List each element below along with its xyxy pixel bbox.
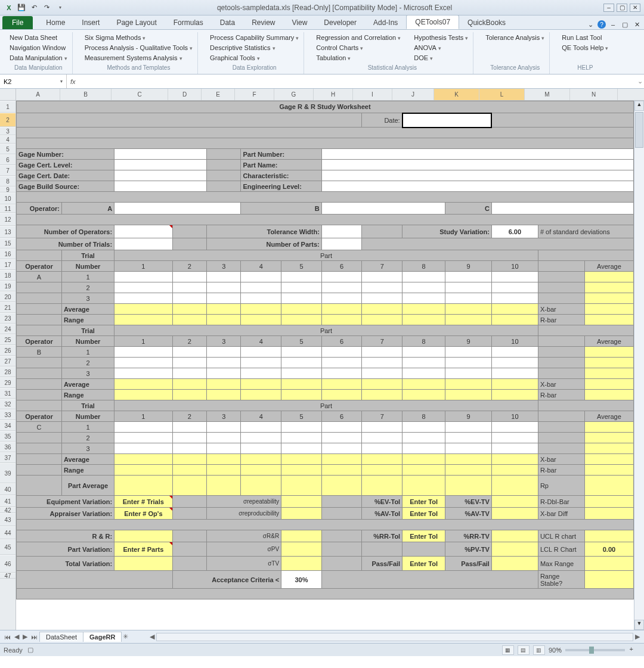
cmd-data-manipulation[interactable]: Data Manipulation (8, 54, 69, 62)
row-header-45[interactable]: 45 (0, 539, 16, 555)
select-all-corner[interactable] (0, 89, 16, 101)
col-header-J[interactable]: J (392, 89, 434, 100)
file-tab[interactable]: File (2, 16, 33, 29)
cmd-tolerance-analysis[interactable]: Tolerance Analysis (484, 33, 546, 42)
row-header-6[interactable]: 6 (0, 154, 16, 165)
save-icon[interactable]: 💾 (16, 2, 27, 13)
close-button[interactable]: ✕ (630, 4, 640, 12)
namebox-dropdown-icon[interactable]: ▾ (60, 79, 63, 84)
col-header-M[interactable]: M (525, 89, 570, 100)
cmd-graphical-tools[interactable]: Graphical Tools (209, 54, 300, 62)
tab-page-layout[interactable]: Page Layout (108, 16, 165, 29)
name-box-input[interactable] (4, 78, 59, 85)
row-header-17[interactable]: 17 (0, 259, 16, 270)
row-header-33[interactable]: 33 (0, 409, 16, 420)
row-header-40[interactable]: 40 (0, 483, 16, 495)
sheet-nav-next[interactable]: ▶ (21, 633, 29, 641)
cmd-regression[interactable]: Regression and Correlation (315, 33, 402, 42)
sheet-nav-last[interactable]: ⏭ (29, 633, 39, 641)
wb-minimize-icon[interactable]: – (608, 20, 618, 29)
col-header-I[interactable]: I (353, 89, 392, 100)
view-normal-button[interactable]: ▦ (502, 645, 514, 655)
wb-restore-icon[interactable]: ▢ (620, 20, 630, 29)
row-header-20[interactable]: 20 (0, 291, 16, 302)
cmd-navigation-window[interactable]: Navigation Window (8, 44, 69, 52)
row-header-35[interactable]: 35 (0, 431, 16, 442)
help-icon[interactable]: ? (597, 20, 606, 29)
qat-more-icon[interactable]: ▾ (55, 2, 66, 13)
sheet-nav-prev[interactable]: ◀ (13, 633, 21, 641)
col-header-C[interactable]: C (112, 89, 168, 100)
cmd-tabulation[interactable]: Tabulation (315, 54, 402, 62)
tab-quickbooks[interactable]: QuickBooks (459, 16, 514, 29)
cmd-qe-help[interactable]: QE Tools Help (561, 44, 609, 52)
col-header-N[interactable]: N (570, 89, 618, 100)
undo-icon[interactable]: ↶ (29, 2, 39, 13)
scroll-thumb[interactable] (635, 112, 643, 148)
col-header-B[interactable]: B (60, 89, 112, 100)
vertical-scrollbar[interactable]: ▲ ▼ (634, 101, 644, 630)
row-header-27[interactable]: 27 (0, 356, 16, 366)
view-page-layout-button[interactable]: ▤ (518, 645, 530, 655)
fx-icon[interactable]: fx (67, 78, 79, 85)
view-page-break-button[interactable]: ▥ (533, 645, 545, 655)
tab-data[interactable]: Data (212, 16, 243, 29)
new-sheet-icon[interactable]: ✳ (121, 633, 130, 641)
row-header-32[interactable]: 32 (0, 399, 16, 409)
cmd-control-charts[interactable]: Control Charts (315, 44, 402, 52)
col-header-A[interactable]: A (16, 89, 60, 100)
row-header-2[interactable]: 2 (0, 113, 16, 127)
tab-developer[interactable]: Developer (315, 16, 365, 29)
formula-input[interactable] (79, 74, 636, 88)
row-header-44[interactable]: 44 (0, 526, 16, 539)
scroll-up-button[interactable]: ▲ (634, 101, 644, 111)
cmd-doe[interactable]: DOE (413, 54, 469, 62)
tab-home[interactable]: Home (38, 16, 73, 29)
row-header-7[interactable]: 7 (0, 165, 16, 176)
col-header-K[interactable]: K (434, 89, 479, 100)
tab-review[interactable]: Review (243, 16, 283, 29)
restore-button[interactable]: ▢ (617, 4, 627, 12)
row-header-13[interactable]: 13 (0, 226, 16, 238)
name-box[interactable]: ▾ (0, 74, 67, 88)
row-header-10[interactable]: 10 (0, 192, 16, 204)
col-header-E[interactable]: E (202, 89, 235, 100)
col-header-H[interactable]: H (314, 89, 353, 100)
cmd-new-data-sheet[interactable]: New Data Sheet (8, 33, 69, 42)
cmd-process-analysis[interactable]: Process Analysis - Qualitative Tools (83, 44, 194, 52)
row-header-23[interactable]: 23 (0, 313, 16, 324)
sheet-nav-first[interactable]: ⏮ (2, 633, 13, 641)
row-header-9[interactable]: 9 (0, 187, 16, 192)
cmd-anova[interactable]: ANOVA (413, 44, 469, 52)
row-header-19[interactable]: 19 (0, 281, 16, 291)
row-header-43[interactable]: 43 (0, 513, 16, 526)
sheet-tab-datasheet[interactable]: DataSheet (39, 632, 83, 642)
row-header-39[interactable]: 39 (0, 463, 16, 483)
zoom-slider[interactable] (565, 649, 625, 651)
tab-add-ins[interactable]: Add-Ins (365, 16, 406, 29)
row-header-21[interactable]: 21 (0, 302, 16, 313)
row-header-11[interactable]: 11 (0, 204, 16, 213)
ribbon-minimize-icon[interactable]: ⌄ (586, 20, 595, 29)
row-header-1[interactable]: 1 (0, 101, 16, 113)
row-header-26[interactable]: 26 (0, 345, 16, 356)
formula-expand-icon[interactable]: ⌄ (636, 77, 644, 85)
row-header-28[interactable]: 28 (0, 366, 16, 377)
col-header-L[interactable]: L (479, 89, 525, 100)
row-header-31[interactable]: 31 (0, 388, 16, 399)
row-header-4[interactable]: 4 (0, 135, 16, 144)
row-header-18[interactable]: 18 (0, 270, 16, 281)
row-header-3[interactable]: 3 (0, 127, 16, 135)
cmd-descriptive-stats[interactable]: Descriptive Statistics (209, 44, 300, 52)
row-header-37[interactable]: 37 (0, 452, 16, 463)
macro-record-icon[interactable]: ▢ (27, 646, 33, 654)
redo-icon[interactable]: ↷ (41, 2, 52, 13)
cmd-msa[interactable]: Measurement Systems Analysis (83, 54, 194, 62)
cmd-hypothesis[interactable]: Hypothesis Tests (413, 33, 469, 42)
row-header-16[interactable]: 16 (0, 248, 16, 259)
row-header-12[interactable]: 12 (0, 213, 16, 226)
row-header-46[interactable]: 46 (0, 555, 16, 573)
row-header-15[interactable]: 15 (0, 238, 16, 248)
tab-qetools07[interactable]: QETools07 (406, 15, 459, 29)
wb-close-icon[interactable]: ✕ (632, 20, 642, 29)
